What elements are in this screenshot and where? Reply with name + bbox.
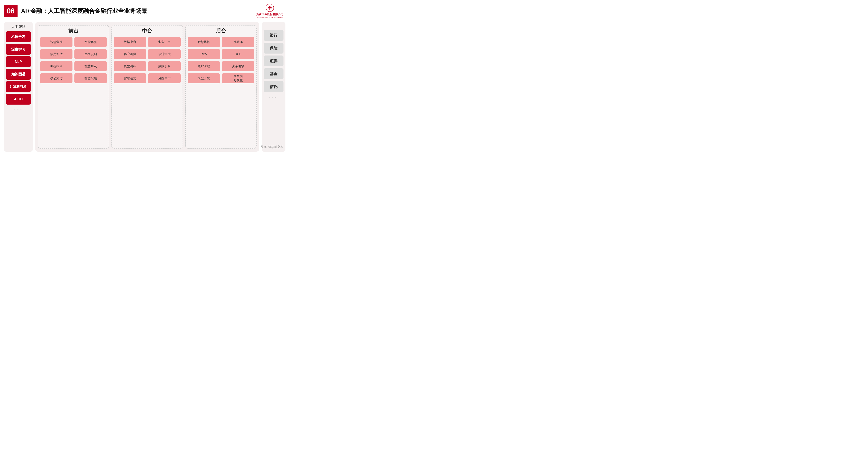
qiantai-tag-7: 智能投顾 <box>74 73 107 83</box>
industry-tag-1: 保险 <box>264 43 283 54</box>
zhongtai-tag-1: 业务中台 <box>148 37 180 47</box>
qiantai-tag-5: 智慧网点 <box>74 61 107 71</box>
houtai-dots: ...... <box>216 86 225 90</box>
industry-tag-3: 基金 <box>264 68 283 79</box>
zhongtai-tags: 数据中台 业务中台 客户画像 信贷审批 模型训练 数据引擎 智慧运营 分控集市 <box>114 37 180 83</box>
logo-text-cn: 浙商证券股份有限公司 <box>256 13 283 16</box>
qiantai-dots: ...... <box>69 86 78 90</box>
left-column: 人工智能 机器学习 深度学习 NLP 知识图谱 计算机视觉 AIGC .....… <box>4 22 33 152</box>
zhongtai-tag-6: 智慧运营 <box>114 73 146 83</box>
industry-tag-2: 证券 <box>264 56 283 66</box>
slide-number: 06 <box>4 5 18 17</box>
zhongtai-tag-2: 客户画像 <box>114 49 146 59</box>
qiantai-tag-3: 生物识别 <box>74 49 107 59</box>
houtai-tag-5: 决策引擎 <box>222 61 254 71</box>
svg-point-1 <box>269 7 271 8</box>
qiantai-tag-0: 智慧营销 <box>40 37 72 47</box>
ai-tag-3: 知识图谱 <box>6 69 31 79</box>
qiantai-tag-6: 移动支付 <box>40 73 72 83</box>
qiantai-tags: 智慧营销 智能客服 信用评估 生物识别 可视柜台 智慧网点 移动支付 智能投顾 <box>40 37 107 83</box>
main-content: 人工智能 机器学习 深度学习 NLP 知识图谱 计算机视觉 AIGC .....… <box>0 21 289 153</box>
zhongtai-tag-4: 模型训练 <box>114 61 146 71</box>
houtai-tag-0: 智慧风控 <box>188 37 220 47</box>
zhongtai-tag-5: 数据引擎 <box>148 61 180 71</box>
section-title-qiantai: 前台 <box>68 28 79 34</box>
zhongtai-tag-0: 数据中台 <box>114 37 146 47</box>
houtai-tag-2: RPA <box>188 49 220 59</box>
houtai-tags: 智慧风控 反欺诈 RPA OCR 账户管理 决策引擎 模型开发 大数据 可视化 <box>188 37 254 83</box>
slide-title: AI+金融：人工智能深度融合金融行业全业务场景 <box>21 7 253 15</box>
watermark: 头条 @慧前之家 <box>261 145 283 149</box>
qiantai-tag-1: 智能客服 <box>74 37 107 47</box>
left-col-dots: ...... <box>14 106 23 111</box>
houtai-tag-6: 模型开发 <box>188 73 220 83</box>
ai-tag-2: NLP <box>6 56 31 67</box>
right-col-dots: ...... <box>269 94 278 99</box>
ai-tag-1: 深度学习 <box>6 44 31 55</box>
industry-tag-0: 银行 <box>264 30 283 41</box>
zhongtai-tag-7: 分控集市 <box>148 73 180 83</box>
logo-text-en: ZHESHANG SECURITIES CO.LTD <box>256 17 283 19</box>
qiantai-tag-4: 可视柜台 <box>40 61 72 71</box>
zhongtai-tag-3: 信贷审批 <box>148 49 180 59</box>
right-column: 银行 保险 证券 基金 信托 ...... <box>262 22 285 152</box>
section-title-houtai: 后台 <box>216 28 226 34</box>
qiantai-tag-2: 信用评估 <box>40 49 72 59</box>
ai-tag-5: AIGC <box>6 94 31 105</box>
middle-area: 前台 智慧营销 智能客服 信用评估 生物识别 可视柜台 智慧网点 移动支付 智能… <box>35 22 259 152</box>
logo-area: 浙商证券股份有限公司 ZHESHANG SECURITIES CO.LTD <box>256 3 283 19</box>
section-title-zhongtai: 中台 <box>142 28 152 34</box>
zhongtai-dots: ...... <box>143 86 152 90</box>
ai-tag-0: 机器学习 <box>6 31 31 42</box>
houtai-tag-4: 账户管理 <box>188 61 220 71</box>
houtai-tag-7: 大数据 可视化 <box>222 73 254 83</box>
section-zhongtai: 中台 数据中台 业务中台 客户画像 信贷审批 模型训练 数据引擎 智慧运营 分控… <box>112 25 183 149</box>
section-houtai: 后台 智慧风控 反欺诈 RPA OCR 账户管理 决策引擎 模型开发 大数据 可… <box>185 25 257 149</box>
houtai-tag-1: 反欺诈 <box>222 37 254 47</box>
logo-icon <box>265 3 275 12</box>
header: 06 AI+金融：人工智能深度融合金融行业全业务场景 浙商证券股份有限公司 ZH… <box>0 0 289 21</box>
section-qiantai: 前台 智慧营销 智能客服 信用评估 生物识别 可视柜台 智慧网点 移动支付 智能… <box>38 25 109 149</box>
ai-tag-4: 计算机视觉 <box>6 81 31 92</box>
left-col-title: 人工智能 <box>11 24 25 29</box>
houtai-tag-3: OCR <box>222 49 254 59</box>
industry-tag-4: 信托 <box>264 81 283 92</box>
